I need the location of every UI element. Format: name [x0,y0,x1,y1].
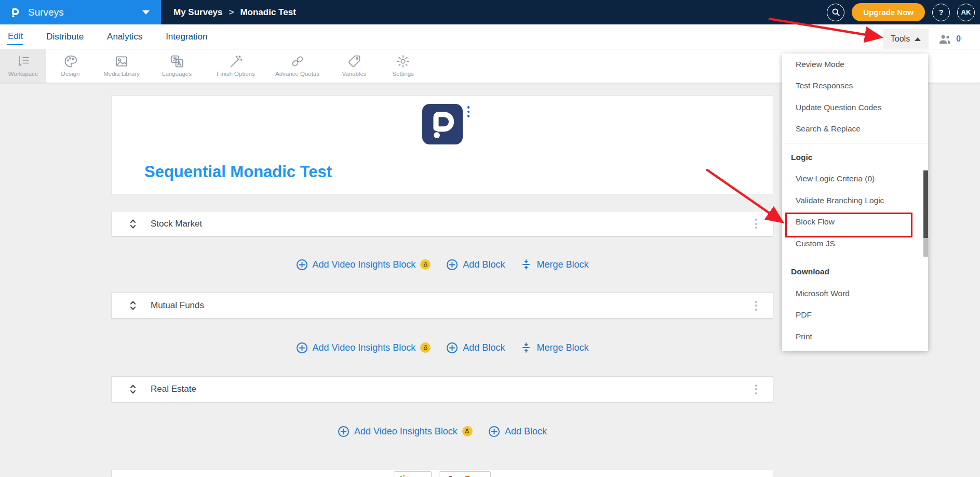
menu-item-validate-branching-logic[interactable]: Validate Branching Logic [782,190,928,211]
toolbar-item-design[interactable]: Design [46,49,95,83]
help-button[interactable]: ? [932,4,950,21]
media-library-icon [114,54,129,69]
add-video-insights-block-link[interactable]: Add Video Insights Block [338,426,473,438]
flask-icon [464,428,470,434]
menu-item-block-flow[interactable]: Block Flow [782,211,928,233]
top-bar: Surveys My Surveys > Monadic Test Upgrad… [0,0,980,24]
plus-circle-icon [446,342,458,354]
survey-title[interactable]: Sequential Monadic Test [144,163,332,181]
block-title[interactable]: Mutual Funds [151,300,204,311]
add-block-row: Add Video Insights Block Add Block [111,425,773,438]
block-row-mutual-funds[interactable]: Mutual Funds [111,293,773,319]
add-block-link[interactable]: Add Block [488,426,547,438]
app-switcher[interactable]: Surveys [0,0,161,24]
menu-item-test-responses[interactable]: Test Responses [782,75,928,97]
menu-item-custom-js[interactable]: Custom JS [782,233,928,255]
question-type-button[interactable] [394,471,432,477]
menu-item-pdf[interactable]: PDF [782,304,928,326]
block-title[interactable]: Stock Market [151,219,202,229]
tools-dropdown-button[interactable]: Tools [883,29,929,49]
beta-flask-badge [462,426,473,436]
next-block-card-clipped [111,470,773,477]
tab-distribute[interactable]: Distribute [46,29,84,45]
breadcrumb-current-survey: Monadic Test [240,7,296,18]
menu-item-microsoft-word[interactable]: Microsoft Word [782,283,928,304]
workspace-icon [16,54,31,69]
drag-handle-icon[interactable] [129,218,137,230]
plus-circle-icon [296,259,308,271]
survey-nav-bar: Edit Distribute Analytics Integration To… [0,24,980,49]
block-title[interactable]: Real Estate [151,384,196,394]
add-block-link[interactable]: Add Block [446,259,505,271]
menu-item-print[interactable]: Print [782,326,928,348]
people-icon [938,34,951,44]
chevron-up-icon [915,37,921,41]
chevron-down-icon [142,10,150,15]
toolbar-item-variables[interactable]: Variables [328,49,380,83]
plus-circle-icon [446,259,458,271]
add-video-insights-block-link[interactable]: Add Video Insights Block [296,259,431,271]
app-name: Surveys [28,7,64,18]
toolbar-item-languages[interactable]: Languages [149,49,205,83]
add-block-row: Add Video Insights Block Add Block Merge… [111,258,773,271]
advance-quotas-chain-icon [290,54,305,69]
plus-circle-icon [488,426,500,438]
menu-item-update-question-codes[interactable]: Update Question Codes [782,97,928,118]
breadcrumb-my-surveys[interactable]: My Surveys [173,7,223,18]
menu-scrollbar-thumb[interactable] [923,170,928,238]
drag-handle-icon[interactable] [129,299,137,312]
add-video-insights-block-link[interactable]: Add Video Insights Block [296,342,431,354]
merge-block-link[interactable]: Merge Block [520,341,588,354]
plus-circle-icon [338,426,350,438]
block-row-real-estate[interactable]: Real Estate [111,376,773,402]
menu-section-logic: Logic [782,147,928,168]
menu-item-review-mode[interactable]: Review Mode [782,54,928,75]
flask-icon [423,261,428,268]
tab-edit[interactable]: Edit [7,29,23,45]
toolbar-item-finish-options[interactable]: Finish Options [205,49,266,83]
tab-integration[interactable]: Integration [165,29,208,45]
menu-item-view-logic-criteria[interactable]: View Logic Criteria (0) [782,168,928,190]
plus-circle-icon [296,342,308,354]
beta-flask-badge [420,259,431,270]
variables-tag-icon [347,54,361,69]
upgrade-now-button[interactable]: Upgrade Now [852,3,925,21]
toolbar-item-settings[interactable]: Settings [380,49,426,83]
merge-block-link[interactable]: Merge Block [520,258,588,271]
settings-gear-icon [396,54,410,69]
merge-icon [520,258,532,271]
menu-divider [782,258,928,258]
p-logo-icon [8,6,22,19]
breadcrumb-separator: > [229,7,234,18]
avatar[interactable]: AK [957,4,975,21]
drag-handle-icon[interactable] [129,383,137,395]
menu-divider [782,143,928,143]
breadcrumb: My Surveys > Monadic Test [173,7,296,18]
block-row-stock-market[interactable]: Stock Market [111,211,773,236]
survey-logo[interactable] [422,104,463,144]
toolbar-item-media-library[interactable]: Media Library [95,49,149,83]
search-button[interactable] [827,4,844,21]
block-options-kebab-menu[interactable] [753,382,759,396]
toolbar-item-advance-quotas[interactable]: Advance Quotas [266,49,328,83]
finish-options-wand-icon [229,54,243,69]
beta-flask-badge [420,342,431,353]
collaborators-button[interactable]: 0 [938,29,961,49]
top-bar-main: My Surveys > Monadic Test Upgrade Now ? … [161,0,980,24]
add-block-row: Add Video Insights Block Add Block Merge… [111,341,773,354]
menu-item-search-replace[interactable]: Search & Replace [782,118,928,140]
toolbar-item-workspace[interactable]: Workspace [0,49,46,83]
logo-options-kebab-menu[interactable] [467,106,470,117]
flask-icon [423,344,428,351]
block-options-kebab-menu[interactable] [753,299,759,313]
merge-icon [520,341,532,354]
block-options-kebab-menu[interactable] [753,217,759,231]
design-palette-icon [63,54,78,69]
search-icon [831,7,841,17]
menu-scrollbar-track[interactable] [923,238,928,257]
tab-analytics[interactable]: Analytics [106,29,143,45]
question-type-button[interactable] [439,471,491,477]
add-block-link[interactable]: Add Block [446,342,505,354]
survey-header-card: Sequential Monadic Test [111,95,773,194]
top-bar-actions: Upgrade Now ? AK [827,3,980,21]
